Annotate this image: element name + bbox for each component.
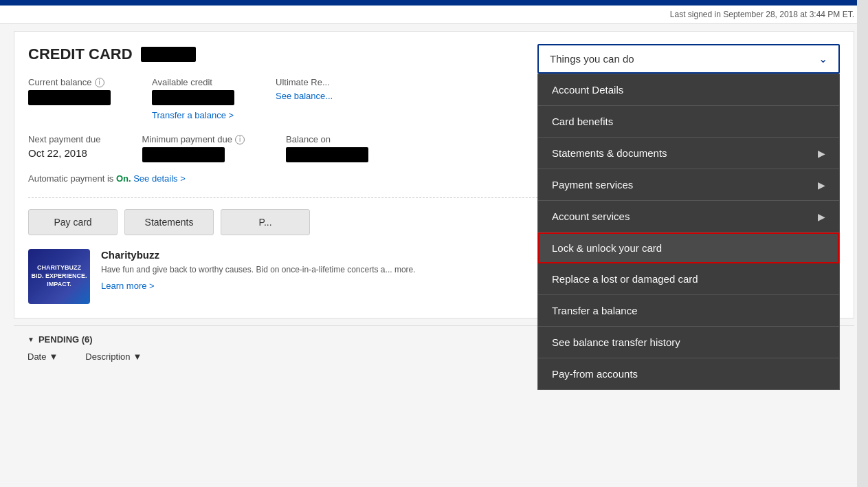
date-column-header[interactable]: Date ▼ bbox=[27, 351, 58, 362]
dropdown-item-label-lock-unlock: Lock & unlock your card bbox=[552, 242, 662, 254]
transfer-balance-link[interactable]: Transfer a balance > bbox=[152, 110, 234, 120]
credit-card-title: CREDIT CARD bbox=[28, 45, 133, 63]
min-payment-block: Minimum payment due i bbox=[142, 134, 245, 162]
top-bar bbox=[0, 0, 868, 6]
dropdown-item-label-account-services: Account services bbox=[552, 210, 630, 222]
dropdown-item-label-pay-from: Pay-from accounts bbox=[552, 368, 638, 380]
description-column-header[interactable]: Description ▼ bbox=[85, 351, 142, 362]
dropdown-item-label-transfer-balance: Transfer a balance bbox=[552, 305, 638, 316]
dropdown-item-statements-docs[interactable]: Statements & documents▶ bbox=[538, 138, 839, 169]
promo-title: Charitybuzz bbox=[101, 249, 416, 261]
dropdown-item-replace-card[interactable]: Replace a lost or damaged card bbox=[538, 263, 839, 295]
arrow-icon-payment-services: ▶ bbox=[818, 180, 825, 191]
sort-arrow-description: ▼ bbox=[133, 351, 142, 362]
dropdown-item-label-statements-docs: Statements & documents bbox=[552, 147, 667, 159]
info-icon-balance[interactable]: i bbox=[95, 78, 104, 87]
dropdown-menu: Account DetailsCard benefitsStatements &… bbox=[537, 74, 840, 390]
balance-on-value bbox=[286, 147, 368, 162]
dropdown-item-balance-history[interactable]: See balance transfer history bbox=[538, 327, 839, 358]
current-balance-label: Current balance i bbox=[28, 77, 111, 87]
promo-description: Have fun and give back to worthy causes.… bbox=[101, 265, 416, 274]
third-action-button[interactable]: P... bbox=[221, 209, 310, 235]
pay-card-button[interactable]: Pay card bbox=[28, 209, 118, 235]
dropdown-item-payment-services[interactable]: Payment services▶ bbox=[538, 169, 839, 201]
available-credit-value bbox=[152, 90, 234, 105]
next-payment-block: Next payment due Oct 22, 2018 bbox=[28, 134, 101, 162]
dropdown-item-label-replace-card: Replace a lost or damaged card bbox=[552, 273, 698, 285]
current-balance-block: Current balance i bbox=[28, 77, 111, 120]
auto-payment-status: On. bbox=[116, 173, 131, 184]
pending-title: PENDING (6) bbox=[38, 334, 93, 345]
dropdown-container: Things you can do ⌄ Account DetailsCard … bbox=[537, 44, 840, 74]
dropdown-item-label-payment-services: Payment services bbox=[552, 179, 633, 191]
dropdown-item-lock-unlock[interactable]: Lock & unlock your card bbox=[538, 232, 839, 263]
dropdown-item-label-balance-history: See balance transfer history bbox=[552, 336, 680, 348]
available-credit-label: Available credit bbox=[152, 77, 234, 87]
arrow-icon-account-services: ▶ bbox=[818, 211, 825, 222]
next-payment-label: Next payment due bbox=[28, 134, 101, 144]
dropdown-item-card-benefits[interactable]: Card benefits bbox=[538, 106, 839, 138]
promo-image-text: CHARITYBUZZBID. EXPERIENCE. IMPACT. bbox=[28, 264, 90, 288]
arrow-icon-statements-docs: ▶ bbox=[818, 148, 825, 159]
min-payment-label: Minimum payment due i bbox=[142, 134, 245, 144]
min-payment-value bbox=[142, 147, 225, 162]
ultimate-rewards-block: Ultimate Re... See balance... bbox=[276, 77, 333, 120]
ultimate-rewards-label: Ultimate Re... bbox=[276, 77, 333, 87]
sort-arrow-date: ▼ bbox=[49, 351, 58, 362]
balance-on-block: Balance on bbox=[286, 134, 368, 162]
balance-on-label: Balance on bbox=[286, 134, 368, 144]
scrollbar[interactable] bbox=[857, 0, 868, 487]
current-balance-value bbox=[28, 90, 111, 105]
dropdown-trigger-label: Things you can do bbox=[550, 53, 634, 65]
dropdown-item-label-account-details: Account Details bbox=[552, 84, 623, 96]
dropdown-item-pay-from[interactable]: Pay-from accounts bbox=[538, 358, 839, 389]
promo-image: CHARITYBUZZBID. EXPERIENCE. IMPACT. bbox=[28, 249, 90, 304]
dropdown-item-label-card-benefits: Card benefits bbox=[552, 116, 613, 127]
promo-content: Charitybuzz Have fun and give back to wo… bbox=[101, 249, 416, 291]
statements-button[interactable]: Statements bbox=[124, 209, 214, 235]
dropdown-trigger[interactable]: Things you can do ⌄ bbox=[537, 44, 840, 74]
available-credit-block: Available credit Transfer a balance > bbox=[152, 77, 234, 120]
main-content: CREDIT CARD Current balance i Available … bbox=[14, 31, 854, 318]
info-icon-min[interactable]: i bbox=[235, 135, 245, 144]
triangle-icon: ▼ bbox=[27, 336, 34, 343]
card-number-mask bbox=[141, 47, 196, 62]
last-signed-in: Last signed in September 28, 2018 at 3:4… bbox=[670, 10, 854, 19]
auto-payment-details-link[interactable]: See details > bbox=[133, 173, 186, 184]
next-payment-value: Oct 22, 2018 bbox=[28, 147, 101, 159]
learn-more-link[interactable]: Learn more > bbox=[101, 281, 155, 291]
dropdown-item-account-services[interactable]: Account services▶ bbox=[538, 201, 839, 232]
dropdown-item-account-details[interactable]: Account Details bbox=[538, 74, 839, 106]
chevron-down-icon: ⌄ bbox=[819, 52, 827, 65]
header-bar: Last signed in September 28, 2018 at 3:4… bbox=[0, 6, 868, 24]
auto-payment-prefix: Automatic payment is bbox=[28, 173, 113, 184]
dropdown-item-transfer-balance[interactable]: Transfer a balance bbox=[538, 295, 839, 327]
see-balance-link[interactable]: See balance... bbox=[276, 91, 333, 101]
